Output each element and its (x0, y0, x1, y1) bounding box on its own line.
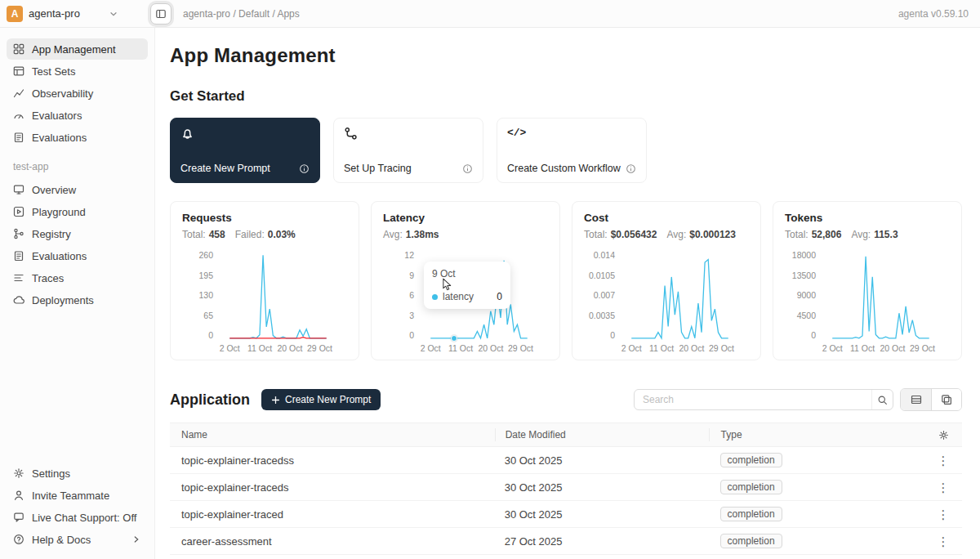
table-row[interactable]: topic-explainer-tracedss 30 Oct 2025 com… (170, 447, 962, 474)
column-header-name[interactable]: Name (170, 429, 495, 440)
column-header-type[interactable]: Type (709, 428, 924, 441)
sidebar-item-traces[interactable]: Traces (7, 267, 148, 288)
sidebar-item-playground[interactable]: Playground (7, 201, 148, 222)
gauge-icon (13, 110, 24, 121)
sidebar-item-label: Deployments (32, 294, 94, 306)
set-up-tracing-card[interactable]: Set Up Tracing (333, 118, 483, 183)
sidebar-item-evaluations-app[interactable]: Evaluations (7, 245, 148, 266)
requests-chart[interactable] (218, 250, 347, 340)
workspace-name: agenta-pro (29, 7, 80, 20)
play-icon (13, 206, 24, 217)
application-header: Application Create New Prompt (170, 388, 962, 411)
sidebar-item-test-sets[interactable]: Test Sets (7, 60, 148, 82)
sidebar-item-label: Evaluations (32, 250, 87, 262)
metric-label: Avg: (666, 229, 686, 240)
get-started-cards: Create New Prompt Set Up Tracing </> Cre… (170, 118, 962, 183)
series-dot-icon (432, 294, 438, 300)
metric-label: Avg: (851, 229, 871, 240)
sidebar-item-evaluators[interactable]: Evaluators (7, 105, 148, 126)
sidebar-item-deployments[interactable]: Deployments (7, 289, 148, 311)
sidebar-item-label: Help & Docs (32, 534, 91, 546)
latency-stat-card: Latency Avg:1.38ms 129630 9 Oct latency … (371, 201, 560, 360)
clipboard-icon (13, 250, 24, 262)
column-settings-button[interactable] (924, 430, 962, 440)
table-header: Name Date Modified Type (170, 423, 962, 447)
metric-label: Total: (584, 229, 608, 240)
tokens-chart[interactable] (821, 250, 950, 340)
metric-value: 52,806 (812, 229, 842, 240)
app-date: 30 Oct 2025 (495, 454, 709, 467)
table-view-button[interactable] (901, 389, 931, 410)
app-name[interactable]: career-assessment (170, 535, 495, 548)
sidebar-item-evaluations[interactable]: Evaluations (7, 127, 148, 148)
sidebar-item-label: Registry (32, 228, 71, 240)
sidebar-item-label: Test Sets (32, 65, 75, 78)
applications-table: Name Date Modified Type topic-explainer-… (170, 423, 962, 555)
user-icon (13, 490, 24, 501)
list-icon (13, 272, 24, 284)
table-row[interactable]: topic-explainer-traced 30 Oct 2025 compl… (170, 501, 962, 528)
sidebar-item-overview[interactable]: Overview (7, 179, 148, 200)
type-badge: completion (720, 507, 782, 521)
create-custom-workflow-card[interactable]: </> Create Custom Workflow (497, 118, 647, 183)
sidebar-item-registry[interactable]: Registry (7, 223, 148, 244)
row-menu-button[interactable]: ⋮ (938, 481, 950, 494)
search-box (634, 389, 893, 410)
sidebar-item-settings[interactable]: Settings (7, 463, 148, 484)
app-name[interactable]: topic-explainer-traced (170, 508, 495, 521)
stat-title: Latency (383, 212, 548, 224)
gear-icon (938, 430, 949, 440)
stats-row: Requests Total:458 Failed:0.03% 26019513… (170, 201, 962, 360)
app-name[interactable]: topic-explainer-traceds (170, 481, 495, 494)
search-input[interactable] (635, 394, 871, 405)
card-label: Create New Prompt (180, 163, 270, 174)
info-icon[interactable] (462, 163, 473, 174)
sidebar-item-help-docs[interactable]: Help & Docs (7, 529, 148, 550)
tracing-icon (344, 127, 473, 141)
version-label: agenta v0.59.10 (898, 8, 969, 20)
sidebar-section-label: test-app (7, 149, 148, 179)
table-row[interactable]: career-assessment 27 Oct 2025 completion… (170, 528, 962, 555)
sidebar-item-invite-teammate[interactable]: Invite Teammate (7, 485, 148, 506)
sidebar-item-label: Overview (32, 184, 76, 196)
card-view-icon (941, 394, 952, 405)
card-view-button[interactable] (931, 389, 961, 410)
create-new-prompt-button[interactable]: Create New Prompt (261, 389, 381, 410)
sidebar-item-label: Invite Teammate (32, 490, 109, 502)
app-name[interactable]: topic-explainer-tracedss (170, 454, 495, 467)
mouse-cursor-icon (442, 278, 452, 292)
x-axis-ticks: 2 Oct11 Oct20 Oct29 Oct (218, 340, 347, 353)
chart-tooltip: 9 Oct latency 0 (424, 262, 510, 309)
sidebar-item-observability[interactable]: Observability (7, 83, 148, 104)
sidebar-item-label: Evaluations (32, 132, 87, 144)
cost-chart[interactable] (620, 250, 749, 340)
card-label: Create Custom Workflow (507, 163, 621, 174)
row-menu-button[interactable]: ⋮ (938, 535, 950, 548)
top-bar: A agenta-pro agenta-pro / Default / Apps… (0, 0, 980, 28)
y-axis-ticks: 0.0140.01050.0070.00350 (584, 250, 615, 340)
info-icon[interactable] (626, 163, 636, 174)
workspace-selector[interactable]: A agenta-pro (7, 6, 150, 22)
sidebar-toggle-button[interactable] (150, 3, 172, 25)
page-title: App Management (170, 44, 962, 67)
search-icon[interactable] (871, 390, 893, 409)
sidebar-item-label: Evaluators (32, 110, 82, 122)
latency-chart[interactable]: 9 Oct latency 0 (419, 250, 548, 340)
stat-title: Requests (182, 212, 347, 224)
info-icon[interactable] (299, 163, 310, 174)
create-new-prompt-card[interactable]: Create New Prompt (170, 118, 320, 183)
column-header-date-modified[interactable]: Date Modified (495, 428, 709, 441)
metric-label: Avg: (383, 229, 403, 240)
table-row[interactable]: topic-explainer-traceds 30 Oct 2025 comp… (170, 474, 962, 501)
breadcrumb[interactable]: agenta-pro / Default / Apps (183, 8, 300, 20)
stat-title: Cost (584, 212, 749, 224)
branch-icon (13, 228, 24, 239)
row-menu-button[interactable]: ⋮ (938, 508, 950, 521)
gear-icon (13, 467, 24, 479)
tooltip-series: latency (443, 291, 474, 302)
sidebar-item-live-chat-support[interactable]: Live Chat Support: Off (7, 507, 148, 528)
x-axis-ticks: 2 Oct11 Oct20 Oct29 Oct (821, 340, 950, 353)
sidebar-item-app-management[interactable]: App Management (7, 38, 148, 60)
app-date: 27 Oct 2025 (495, 535, 709, 548)
row-menu-button[interactable]: ⋮ (938, 454, 950, 467)
